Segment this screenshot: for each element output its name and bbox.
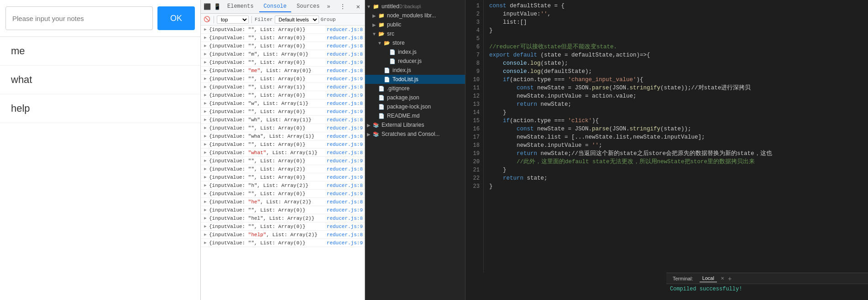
expand-icon[interactable]: ▶ xyxy=(203,224,208,229)
tree-file-item[interactable]: 📄package-lock.json xyxy=(365,102,465,111)
expand-icon[interactable]: ▶ xyxy=(203,101,208,106)
expand-icon[interactable]: ▶ xyxy=(203,76,208,82)
tab-elements[interactable]: Elements xyxy=(223,1,258,12)
tree-file-item[interactable]: 📄README.md xyxy=(365,111,465,120)
expand-icon[interactable]: ▶ xyxy=(203,117,208,123)
expand-icon[interactable]: ▶ xyxy=(203,68,208,73)
console-source-link[interactable]: reducer.js:8 xyxy=(327,134,363,139)
console-source-link[interactable]: reducer.js:8 xyxy=(327,199,363,205)
console-text: {inputValue: "", List: Array(2)} xyxy=(209,166,327,172)
console-source-link[interactable]: reducer.js:9 xyxy=(327,175,363,180)
console-source-link[interactable]: reducer.js:8 xyxy=(327,183,363,188)
expand-icon[interactable]: ▶ xyxy=(203,84,208,90)
expand-icon[interactable]: ▶ xyxy=(203,43,208,49)
terminal-close-icon[interactable]: ✕ xyxy=(721,276,724,281)
expand-icon[interactable]: ▶ xyxy=(203,93,208,98)
expand-icon[interactable]: ▶ xyxy=(203,175,208,180)
expand-icon[interactable]: ▶ xyxy=(203,52,208,57)
tree-expand-arrow[interactable]: ▼ xyxy=(376,41,383,46)
tree-folder-item[interactable]: ▼📂src xyxy=(365,29,465,38)
tree-external-item[interactable]: ▶ 📚 Scratches and Consol... xyxy=(365,129,465,139)
more-tabs-icon[interactable]: » xyxy=(325,2,332,12)
console-source-link[interactable]: reducer.js:9 xyxy=(327,109,363,114)
tree-expand-arrow[interactable]: ▶ xyxy=(371,22,378,27)
tree-folder-item[interactable]: ▼📂store xyxy=(365,38,465,47)
expand-icon[interactable]: ▶ xyxy=(203,134,208,139)
console-source-link[interactable]: reducer.js:9 xyxy=(327,142,363,147)
console-source-link[interactable]: reducer.js:9 xyxy=(327,125,363,131)
tree-expand-arrow[interactable]: ▶ xyxy=(371,13,378,18)
inspect-icon[interactable]: ⬛ xyxy=(203,2,212,11)
expand-icon[interactable]: ▶ xyxy=(203,35,208,41)
expand-icon[interactable]: ▶ xyxy=(203,166,208,172)
console-source-link[interactable]: reducer.js:9 xyxy=(327,191,363,197)
tree-folder-item[interactable]: ▶📁node_modules libr... xyxy=(365,11,465,20)
console-source-link[interactable]: reducer.js:8 xyxy=(327,216,363,221)
console-source-link[interactable]: reducer.js:8 xyxy=(327,52,363,57)
tab-sources[interactable]: Sources xyxy=(292,1,324,12)
expand-icon[interactable]: ▶ xyxy=(203,240,208,246)
expand-icon[interactable]: ▶ xyxy=(203,199,208,205)
expand-icon[interactable]: ▶ xyxy=(203,150,208,155)
list-item[interactable]: me xyxy=(0,37,200,66)
console-source-link[interactable]: reducer.js:8 xyxy=(327,117,363,123)
console-row: ▶{inputValue: "", List: Array(0)}reducer… xyxy=(201,140,365,149)
expand-icon[interactable]: ▶ xyxy=(203,60,208,65)
line-number: 14 xyxy=(469,109,480,117)
console-source-link[interactable]: reducer.js:8 xyxy=(327,68,363,73)
tree-file-item[interactable]: 📄.gitignore xyxy=(365,84,465,93)
console-text: {inputValue: "", List: Array(0)} xyxy=(209,27,327,32)
console-source-link[interactable]: reducer.js:9 xyxy=(327,60,363,65)
list-item[interactable]: what xyxy=(0,66,200,94)
tree-file-item[interactable]: 📄index.js xyxy=(365,47,465,57)
expand-icon[interactable]: ▶ xyxy=(203,27,208,32)
expand-icon[interactable]: ▶ xyxy=(203,158,208,164)
default-levels-select[interactable]: Default levels xyxy=(275,16,319,24)
console-source-link[interactable]: reducer.js:8 xyxy=(327,101,363,106)
expand-icon[interactable]: ▶ xyxy=(203,191,208,197)
devtools-settings-icon[interactable]: ⋮ xyxy=(337,2,349,11)
note-input[interactable] xyxy=(5,6,153,30)
console-row: ▶{inputValue: "what", List: Array(1)}red… xyxy=(201,149,365,157)
terminal-label: Terminal: xyxy=(670,275,696,282)
tree-project-title[interactable]: ▼ 📁 untitled D:\backup\ xyxy=(365,2,465,11)
tree-file-item[interactable]: 📄TodoList.js xyxy=(365,75,465,84)
console-source-link[interactable]: reducer.js:8 xyxy=(327,84,363,90)
console-source-link[interactable]: reducer.js:8 xyxy=(327,232,363,238)
expand-icon[interactable]: ▶ xyxy=(203,232,208,238)
console-source-link[interactable]: reducer.js:9 xyxy=(327,93,363,98)
console-source-link[interactable]: reducer.js:8 xyxy=(327,43,363,49)
console-source-link[interactable]: reducer.js:9 xyxy=(327,76,363,82)
console-source-link[interactable]: reducer.js:8 xyxy=(327,166,363,172)
tree-external-item[interactable]: ▶ 📚 External Libraries xyxy=(365,120,465,129)
terminal-add-icon[interactable]: + xyxy=(728,275,732,282)
expand-icon[interactable]: ▶ xyxy=(203,142,208,147)
expand-icon[interactable]: ▶ xyxy=(203,183,208,188)
console-source-link[interactable]: reducer.js:8 xyxy=(327,27,363,32)
tree-expand-arrow[interactable]: ▼ xyxy=(371,31,378,36)
tab-console[interactable]: Console xyxy=(259,1,291,12)
expand-icon[interactable]: ▶ xyxy=(203,125,208,131)
expand-icon[interactable]: ▶ xyxy=(203,109,208,114)
list-item[interactable]: help xyxy=(0,94,200,123)
expand-icon[interactable]: ▶ xyxy=(203,216,208,221)
tree-folder-item[interactable]: ▶📁public xyxy=(365,20,465,29)
tree-file-item[interactable]: 📄package.json xyxy=(365,93,465,102)
context-select[interactable]: top xyxy=(217,16,249,24)
console-source-link[interactable]: reducer.js:9 xyxy=(327,158,363,164)
expand-icon[interactable]: ▶ xyxy=(203,207,208,213)
tree-file-item[interactable]: 📄reducer.js xyxy=(365,57,465,66)
console-text: {inputValue: "", List: Array(0)} xyxy=(209,142,327,147)
devtools-close-icon[interactable]: ✕ xyxy=(354,2,363,11)
terminal-tab-local[interactable]: Local xyxy=(700,274,717,282)
console-source-link[interactable]: reducer.js:8 xyxy=(327,150,363,155)
ok-button[interactable]: OK xyxy=(157,6,195,30)
clear-console-icon[interactable]: 🚫 xyxy=(203,16,211,24)
console-source-link[interactable]: reducer.js:9 xyxy=(327,207,363,213)
console-source-link[interactable]: reducer.js:9 xyxy=(327,240,363,246)
mobile-icon[interactable]: 📱 xyxy=(213,2,222,11)
console-source-link[interactable]: reducer.js:9 xyxy=(327,224,363,229)
console-source-link[interactable]: reducer.js:8 xyxy=(327,35,363,41)
code-lines[interactable]: const defaultState = { inputValue:'', li… xyxy=(484,0,868,273)
tree-file-item[interactable]: 📄index.js xyxy=(365,66,465,75)
